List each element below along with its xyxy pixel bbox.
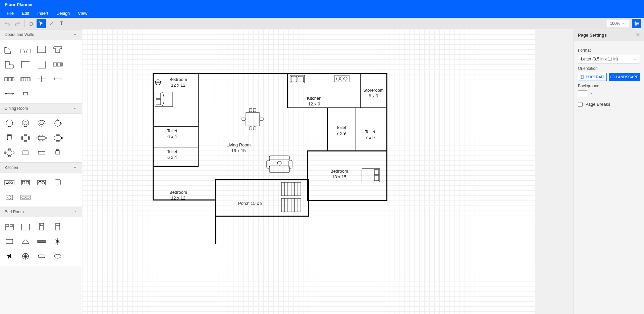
furniture-stairs[interactable] [281,182,301,212]
shape-dining-set1[interactable] [18,132,33,144]
wall[interactable] [153,147,199,147]
shape-dining-set2[interactable] [34,132,49,144]
wall[interactable] [327,107,328,151]
redo-button[interactable] [13,19,22,28]
zoom-select[interactable]: 100% [607,20,629,27]
furniture-bed3[interactable] [362,168,380,182]
shape-dining-rect2[interactable] [34,147,49,159]
shape-oval[interactable] [50,250,65,262]
page-breaks-input[interactable] [578,102,583,107]
shape-sink2[interactable] [18,191,33,203]
menu-edit[interactable]: Edit [18,9,33,17]
shape-fan3[interactable] [18,250,33,262]
menu-design[interactable]: Design [52,9,74,17]
shape-stove2b[interactable] [34,176,49,188]
menu-view[interactable]: View [74,9,91,17]
shape-opening2[interactable] [2,88,17,100]
shape-chair1[interactable] [2,132,17,144]
shape-cabinet[interactable] [34,250,49,262]
wall[interactable] [308,179,309,216]
shape-lamp[interactable] [18,235,33,248]
shape-wall-l3[interactable] [34,58,49,70]
shape-fan1[interactable] [50,235,65,248]
orientation-landscape-button[interactable]: LANDSCAPE [609,73,640,81]
panel-bedroom-header[interactable]: Bed Room [0,207,82,217]
shape-fridge[interactable] [50,176,65,188]
shape-table-round1[interactable] [2,117,17,129]
furniture-bed[interactable] [155,92,173,107]
text-tool-button[interactable]: T [57,19,66,28]
shape-wall-l2[interactable] [18,58,33,70]
shape-wall-l1[interactable] [2,58,17,70]
undo-button[interactable] [3,19,12,28]
panel-kitchen-header[interactable]: Kitchen [0,162,82,173]
wall[interactable] [153,126,199,127]
wall[interactable] [287,107,361,108]
close-icon[interactable] [636,33,640,37]
shape-window2[interactable] [2,73,17,85]
shape-door-double[interactable] [18,43,33,55]
line-tool-button[interactable] [47,19,56,28]
wall[interactable] [215,216,309,217]
furniture-stove[interactable] [334,75,350,82]
wall[interactable] [307,150,387,151]
wall[interactable] [153,73,387,74]
shape-bed-single[interactable] [34,221,49,233]
wall[interactable] [198,73,199,127]
orientation-portrait-button[interactable]: PORTRAIT [578,73,607,81]
shape-window3[interactable] [18,73,33,85]
shape-sink1[interactable] [2,191,17,203]
shape-dining-oval[interactable] [50,132,65,144]
shape-bed-double[interactable] [2,221,17,233]
shape-opening1[interactable] [50,73,65,85]
wall[interactable] [198,126,199,167]
background-color-picker[interactable] [578,90,587,97]
furniture-dining-table[interactable] [239,106,266,133]
menu-file[interactable]: File [3,9,18,17]
page-breaks-checkbox[interactable]: Page Breaks [578,102,640,107]
shape-opening3[interactable] [18,88,33,100]
wall[interactable] [307,200,387,201]
canvas[interactable]: Bedroom12 x 12 Toilet6 x 4 Toilet6 x 4 B… [82,29,574,314]
wall[interactable] [356,107,356,151]
shape-table-round2[interactable] [18,117,33,129]
wall[interactable] [360,107,387,108]
pan-tool-button[interactable] [26,19,36,28]
wall[interactable] [360,73,361,108]
furniture-sink[interactable] [290,75,305,83]
shape-wall-cross[interactable] [34,73,49,85]
chevron-down-icon[interactable] [589,92,593,96]
wall[interactable] [153,73,154,200]
settings-toggle-button[interactable] [632,19,641,28]
wall[interactable] [215,73,215,108]
shape-bed-double2[interactable] [18,221,33,233]
format-select[interactable]: Letter (8.5 in x 11 in) [578,55,640,63]
shape-door-arc[interactable] [2,43,17,55]
shape-stove3[interactable] [2,176,17,188]
shape-window1[interactable] [50,58,65,70]
wall[interactable] [287,73,288,108]
shape-table-round3[interactable] [34,117,49,129]
wall[interactable] [386,73,387,200]
furniture-sofa-set[interactable] [266,154,293,174]
shape-stove2a[interactable] [18,176,33,188]
menu-insert[interactable]: Insert [33,9,52,17]
panel-dining-header[interactable]: Dining Room [0,103,82,114]
shape-wall-square[interactable] [34,43,49,55]
shape-fan2[interactable] [2,250,17,262]
shape-wall-t[interactable] [50,43,65,55]
wall[interactable] [153,166,199,167]
wall[interactable] [215,180,216,244]
panel-doors-walls-header[interactable]: Doors and Walls [0,29,82,40]
canvas-page[interactable]: Bedroom12 x 12 Toilet6 x 4 Toilet6 x 4 B… [82,29,535,314]
select-tool-button[interactable] [37,19,46,28]
shape-dining-rect[interactable] [18,147,33,159]
shape-bed-single2[interactable] [50,221,65,233]
wall[interactable] [215,179,309,180]
shape-dining-round-chairs[interactable] [2,147,17,159]
shape-heater[interactable] [34,235,49,248]
shape-dining-side[interactable] [50,147,65,159]
shape-table-round4[interactable] [50,117,65,129]
wall[interactable] [307,150,308,201]
furniture-fan[interactable] [155,79,161,85]
